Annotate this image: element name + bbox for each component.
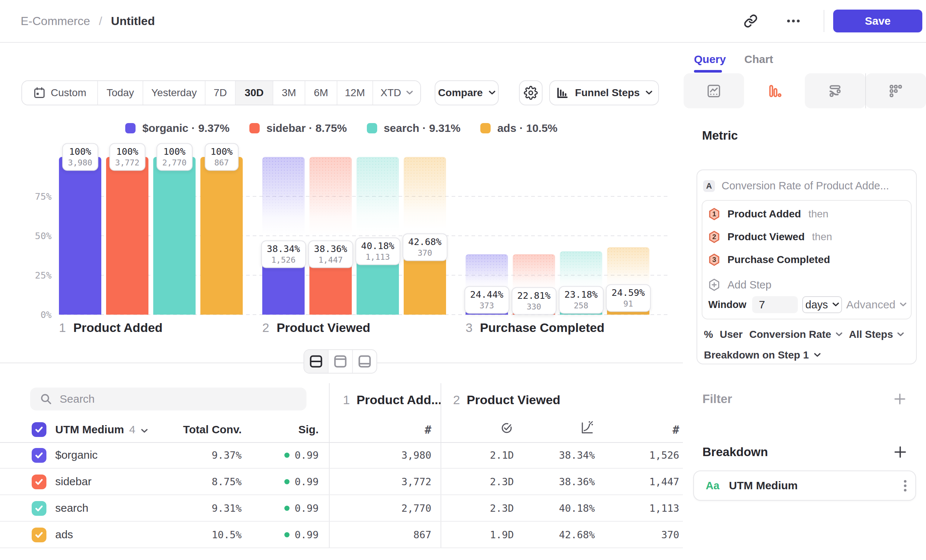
row-checkbox[interactable] <box>32 475 46 489</box>
breakdown-on-step-label: Breakdown on Step 1 <box>704 349 809 361</box>
step-axis-label[interactable]: 3Purchase Completed <box>466 321 604 335</box>
tab-retention-grid[interactable] <box>865 73 926 108</box>
range-label: Yesterday <box>151 87 197 99</box>
legend-item[interactable]: ads · 10.5% <box>480 122 557 135</box>
add-filter-button[interactable] <box>894 393 906 405</box>
select-all-checkbox[interactable] <box>32 422 46 437</box>
window-value-input[interactable] <box>752 296 798 313</box>
legend-item[interactable]: search · 9.31% <box>367 122 460 135</box>
breakdown-on-step-select[interactable]: Breakdown on Step 1 <box>704 349 821 361</box>
range-30d[interactable]: 30D <box>235 81 272 104</box>
legend-item[interactable]: $organic · 9.37% <box>125 122 230 135</box>
step-name: Purchase Completed <box>480 321 604 335</box>
chevron-down-icon <box>814 353 821 357</box>
chevron-down-icon <box>141 429 148 433</box>
breakdown-column-header[interactable]: UTM Medium4 <box>55 423 148 436</box>
kebab-menu-icon[interactable] <box>904 480 906 492</box>
legend-swatch <box>480 123 491 133</box>
step-number: 3 <box>466 321 472 335</box>
breakdown-table: 1Product Add...2Product ViewedUTM Medium… <box>0 363 683 560</box>
breadcrumb-project[interactable]: E-Commerce <box>21 14 90 28</box>
step-axis-label[interactable]: 1Product Added <box>59 321 162 335</box>
metric-title: Conversion Rate of Product Adde... <box>722 180 889 192</box>
topbar-divider <box>824 10 824 32</box>
chevron-down-icon <box>900 303 906 307</box>
layout-split-horizontal-button[interactable] <box>304 350 328 373</box>
tab-flows[interactable] <box>805 73 865 108</box>
settings-button[interactable] <box>519 80 543 105</box>
range-7d[interactable]: 7D <box>205 81 235 104</box>
cell-step2-time: 1.9D <box>490 529 514 540</box>
range-3m[interactable]: 3M <box>272 81 305 104</box>
avg-time-icon[interactable] <box>499 421 514 439</box>
add-breakdown-button[interactable] <box>894 445 907 459</box>
funnel-bar[interactable] <box>106 157 148 315</box>
conversion-percent: 23.18% <box>564 289 598 301</box>
cell-step2-count: 1,526 <box>649 450 679 461</box>
query-step[interactable]: 1Product Addedthen <box>708 208 828 220</box>
table-row[interactable]: ads10.5%8671.9D42.68%3700.99 <box>0 522 683 548</box>
breakdown-property-card[interactable]: Aa UTM Medium <box>693 471 916 501</box>
metric-header[interactable]: A Conversion Rate of Product Adde... <box>703 180 889 192</box>
range-today[interactable]: Today <box>97 81 142 104</box>
row-checkbox[interactable] <box>32 501 46 516</box>
plus-icon <box>894 445 907 459</box>
funnel-bar[interactable] <box>153 157 195 315</box>
row-checkbox[interactable] <box>32 528 46 542</box>
tab-chart[interactable]: Chart <box>744 46 773 73</box>
compare-button[interactable]: Compare <box>435 80 499 105</box>
conv-rate-icon[interactable] <box>580 421 595 439</box>
row-checkbox[interactable] <box>32 448 46 463</box>
range-label: XTD <box>380 87 401 99</box>
total-conv-header[interactable]: Total Conv. <box>183 423 242 436</box>
advanced-toggle[interactable]: Advanced <box>846 298 906 311</box>
conversion-count: 3,772 <box>115 158 139 168</box>
cell-total-conv: 10.5% <box>212 529 242 540</box>
range-custom[interactable]: Custom <box>22 81 97 104</box>
range-6m[interactable]: 6M <box>305 81 337 104</box>
search-input[interactable] <box>60 393 281 405</box>
step1-count-icon[interactable]: # <box>425 423 431 437</box>
copy-link-button[interactable] <box>738 9 763 33</box>
measure-scope-select[interactable]: All Steps <box>849 328 904 341</box>
table-row[interactable]: sidebar8.75%3,7722.3D38.36%1,4470.99 <box>0 469 683 495</box>
bar-value-tooltip: 40.18%1,113 <box>355 238 400 265</box>
range-yesterday[interactable]: Yesterday <box>142 81 205 104</box>
table-row[interactable]: search9.31%2,7702.3D40.18%1,1130.99 <box>0 495 683 522</box>
table-row[interactable]: $organic9.37%3,9802.1D38.34%1,5260.99 <box>0 442 683 469</box>
funnel-bar[interactable] <box>59 157 101 315</box>
legend-swatch <box>367 123 377 133</box>
cell-step2-time: 2.1D <box>490 450 514 461</box>
footer-bottom-button[interactable] <box>352 350 377 373</box>
legend-item[interactable]: sidebar · 8.75% <box>250 122 346 135</box>
query-step[interactable]: 2Product Viewedthen <box>708 231 832 243</box>
funnel-bar[interactable] <box>200 157 243 315</box>
chart-type-button[interactable]: Funnel Steps <box>549 80 659 105</box>
breadcrumb-separator: / <box>99 14 102 28</box>
sig-header[interactable]: Sig. <box>298 423 319 436</box>
cell-significance: 0.99 <box>284 476 319 487</box>
breadcrumb-report-title[interactable]: Untitled <box>111 14 155 28</box>
tab-funnel-bars[interactable] <box>744 73 805 108</box>
tab-insights-chart[interactable] <box>684 73 744 108</box>
more-menu-button[interactable] <box>781 9 806 33</box>
split-horizontal-icon <box>309 354 323 368</box>
bar-value-tooltip: 24.59%91 <box>605 285 651 312</box>
filter-heading: Filter <box>702 392 732 406</box>
window-unit-select[interactable]: days <box>802 296 842 313</box>
query-step[interactable]: 3Purchase Completed <box>708 253 830 266</box>
breadcrumb: E-Commerce / Untitled <box>21 0 155 42</box>
save-button[interactable]: Save <box>833 9 922 32</box>
step-axis-label[interactable]: 2Product Viewed <box>262 321 370 335</box>
bar-value-tooltip: 24.44%373 <box>464 286 509 313</box>
tab-query[interactable]: Query <box>694 46 726 73</box>
measure-metric-select[interactable]: Conversion Rate <box>749 328 843 341</box>
range-xtd[interactable]: XTD <box>372 81 420 104</box>
conversion-count: 370 <box>408 248 441 258</box>
legend-label: sidebar · 8.75% <box>266 122 346 135</box>
range-12m[interactable]: 12M <box>337 81 372 104</box>
measure-entity[interactable]: User <box>720 328 743 341</box>
layout-header-top-button[interactable] <box>328 350 352 373</box>
query-step-conjunction: then <box>808 208 829 220</box>
step2-count-icon[interactable]: # <box>673 423 679 437</box>
